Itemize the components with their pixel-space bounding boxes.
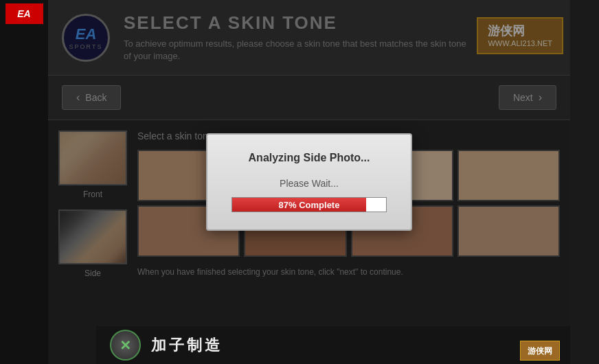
xbox-button-icon: ✕ xyxy=(110,330,141,361)
xbox-x-symbol: ✕ xyxy=(120,337,131,354)
progress-bar-container: 87% Complete xyxy=(231,197,387,212)
progress-bar-label: 87% Complete xyxy=(232,198,386,212)
bottom-watermark-text: 游侠网 xyxy=(528,346,552,356)
ea-logo-small: EA xyxy=(5,3,43,24)
modal-wait-text: Please Wait... xyxy=(231,178,387,189)
left-sidebar: EA xyxy=(0,0,48,364)
bottom-watermark: 游侠网 xyxy=(520,341,560,361)
ea-logo-small-text: EA xyxy=(17,8,30,19)
modal-title: Analyzing Side Photo... xyxy=(231,152,387,164)
modal-overlay: Analyzing Side Photo... Please Wait... 8… xyxy=(48,0,570,364)
analyzing-modal: Analyzing Side Photo... Please Wait... 8… xyxy=(206,133,412,231)
brand-label: 加子制造 xyxy=(151,335,223,356)
main-container: EA SPORTS SELECT A SKIN TONE To achieve … xyxy=(48,0,570,364)
bottom-bar: ✕ 加子制造 游侠网 xyxy=(96,326,570,364)
